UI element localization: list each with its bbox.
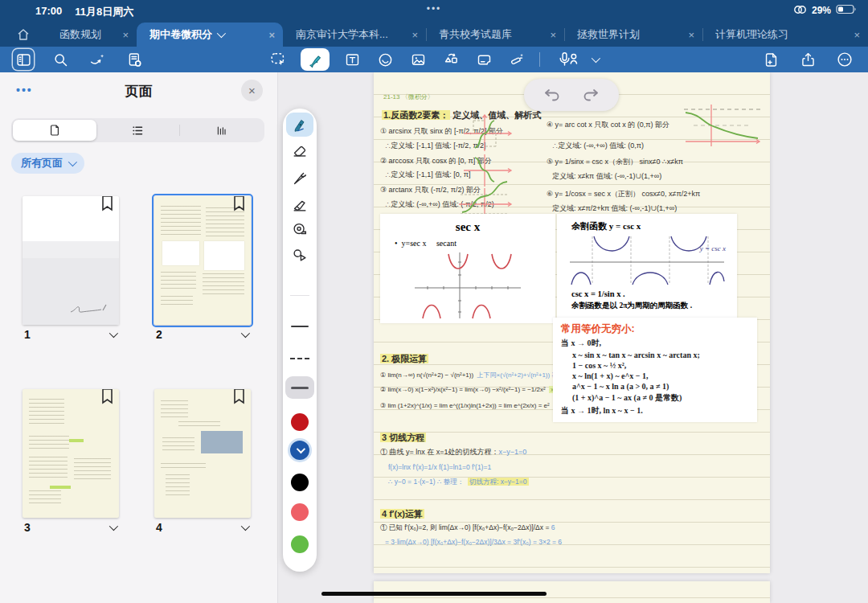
shapes-icon[interactable] (440, 49, 461, 70)
page-number: 4 (156, 521, 162, 534)
fountain-pen-tool[interactable] (286, 113, 313, 137)
hw-line: 定义域: x≠kπ 值域: (-∞,-1)∪(1,+∞) (552, 172, 661, 180)
tape-tool[interactable] (291, 220, 309, 238)
tab-zhengjiu-shijie[interactable]: 拯救世界计划 × (564, 23, 702, 47)
bookmark-icon[interactable] (101, 196, 113, 212)
tab-nanjing-shenji[interactable]: 南京审计大学本科... × (283, 23, 426, 47)
equiv-line: a^x − 1 ~ x ln a (a > 0, a ≠ 1) (572, 382, 757, 391)
page-number: 1 (24, 328, 31, 341)
page-overview-icon[interactable] (124, 49, 145, 70)
color-blue-selected[interactable] (288, 438, 312, 462)
pen-palette (283, 109, 317, 572)
share-icon[interactable] (797, 49, 818, 70)
undo-redo-pill (524, 79, 619, 111)
hw-line: ③ lim (1+2x)^(1/x) = lim e^((1/x)ln(1+2x… (380, 402, 550, 409)
tab-label: 期中卷微积分 (149, 27, 212, 42)
stroke-selected-option[interactable] (285, 376, 314, 399)
color-green[interactable] (291, 535, 309, 553)
equiv-infinitesimals-card: 常用等价无穷小: 当 x → 0时, x ~ sin x ~ tan x ~ a… (553, 318, 757, 422)
cscx-note: 余割函数是以 2π为周期的周期函数 . (571, 301, 737, 311)
shape-tool[interactable] (291, 246, 309, 264)
page-thumbnail-3[interactable] (23, 389, 119, 518)
tab-hanshu-guihua[interactable]: 函数规划 × (47, 23, 137, 47)
chevron-down-icon[interactable] (592, 54, 600, 63)
chevron-down-icon[interactable] (217, 29, 226, 38)
thumbnails-panel-icon[interactable] (13, 49, 34, 70)
page-thumbnail-2[interactable] (154, 196, 251, 325)
home-indicator[interactable] (321, 592, 547, 596)
lasso-select-icon[interactable] (268, 49, 289, 70)
cscx-card-title: 余割函数 y = csc x (571, 220, 737, 232)
hw-line: ⑥ y= 1/cosx = sec x（正割） cosx≠0, x≠π/2+kπ (547, 190, 700, 198)
bookmark-icon[interactable] (233, 196, 245, 212)
tab-label: 函数规划 (59, 27, 101, 42)
tab-label: 南京审计大学本科... (296, 27, 388, 42)
tab-close-icon[interactable]: × (411, 29, 418, 41)
pen-tool-icon[interactable] (301, 48, 330, 71)
chevron-down-icon[interactable] (241, 522, 250, 531)
arccot-sketch (681, 103, 764, 150)
page-number: 2 (156, 328, 162, 341)
note-page-canvas[interactable]: 21-13 〈微积分〉 1.反函数2要素： 定义域、值域、解析式 ① arcsi… (374, 72, 770, 573)
color-red[interactable] (291, 413, 309, 431)
stroke-dashed-option[interactable] (290, 358, 309, 359)
flashcard-icon[interactable] (473, 49, 494, 70)
dip-pen-tool[interactable] (291, 170, 309, 187)
tab-qizhongjuan-weijifen[interactable]: 期中卷微积分 × (137, 23, 283, 47)
text-tool-icon[interactable] (342, 49, 362, 70)
more-icon[interactable] (834, 49, 855, 70)
tab-bookmarks[interactable] (179, 120, 263, 141)
home-tab[interactable] (0, 23, 47, 47)
all-pages-filter[interactable]: 所有页面 (11, 153, 84, 174)
add-page-icon[interactable] (760, 49, 781, 70)
chevron-down-icon (297, 445, 305, 453)
color-salmon[interactable] (291, 503, 309, 521)
secx-card: sec x • y=sec x secant (380, 214, 555, 323)
tab-close-icon[interactable]: × (550, 29, 556, 41)
laser-pointer-icon[interactable] (506, 49, 527, 70)
tab-close-icon[interactable]: × (268, 29, 275, 41)
tab-qinggongxiao[interactable]: 青共校考试题库 × (426, 23, 564, 47)
tab-outline[interactable] (96, 120, 180, 141)
page-thumbnail-4[interactable] (154, 389, 251, 518)
close-icon: × (248, 84, 256, 97)
bookmark-icon[interactable] (233, 389, 245, 405)
date: 11月8日周六 (75, 5, 133, 19)
multitask-dots[interactable]: ••• (427, 3, 442, 14)
equiv-line: (1 + x)^a − 1 ~ ax (a ≠ 0 是常数) (572, 392, 757, 404)
highlighter-tool[interactable] (291, 196, 309, 214)
cscx-card: 余割函数 y = csc x y = csc x csc x = 1/sin x… (557, 214, 737, 320)
tab-label: 拯救世界计划 (577, 27, 640, 42)
sticker-icon[interactable] (375, 49, 395, 70)
battery-percent: 29% (812, 5, 831, 16)
record-mic-icon[interactable] (552, 49, 584, 70)
tab-jisuanji-lilun[interactable]: 计算机理论练习 × (702, 23, 868, 47)
stroke-thin-option[interactable] (291, 326, 309, 327)
page-thumbnail-1[interactable] (23, 196, 119, 325)
convert-arrow-sparkle-icon[interactable] (87, 49, 108, 70)
tab-close-icon[interactable]: × (122, 29, 129, 41)
hotspot-icon (793, 5, 807, 17)
chevron-down-icon[interactable] (109, 522, 118, 531)
hw-line: 定义域: x≠π/2+kπ 值域: (-∞,-1)∪(1,+∞) (552, 204, 677, 212)
tab-close-icon[interactable]: × (688, 29, 694, 41)
hw-line: ∴定义域: (-∞,+∞) 值域: (0,π) (552, 142, 644, 150)
search-icon[interactable] (50, 49, 71, 70)
chevron-down-icon[interactable] (241, 329, 250, 338)
tab-thumbnails[interactable] (13, 120, 96, 141)
chevron-down-icon[interactable] (109, 329, 118, 338)
color-black[interactable] (291, 474, 309, 491)
app-screen: 17:00 11月8日周六 ••• 29% 函数规划 × 期中卷微积分 × (0, 0, 868, 603)
undo-icon[interactable] (542, 87, 562, 103)
bookmark-icon[interactable] (101, 389, 113, 405)
filter-label: 所有页面 (21, 156, 63, 170)
clock: 17:00 (35, 5, 62, 19)
eraser-tool[interactable] (291, 142, 309, 160)
tab-close-icon[interactable]: × (854, 29, 860, 41)
sidebar-close-button[interactable]: × (241, 80, 263, 101)
redo-icon[interactable] (581, 87, 600, 103)
toolbar-divider (539, 52, 540, 67)
equiv-title: 常用等价无穷小: (561, 322, 757, 336)
image-icon[interactable] (407, 49, 428, 70)
cscx-graph (568, 235, 726, 286)
